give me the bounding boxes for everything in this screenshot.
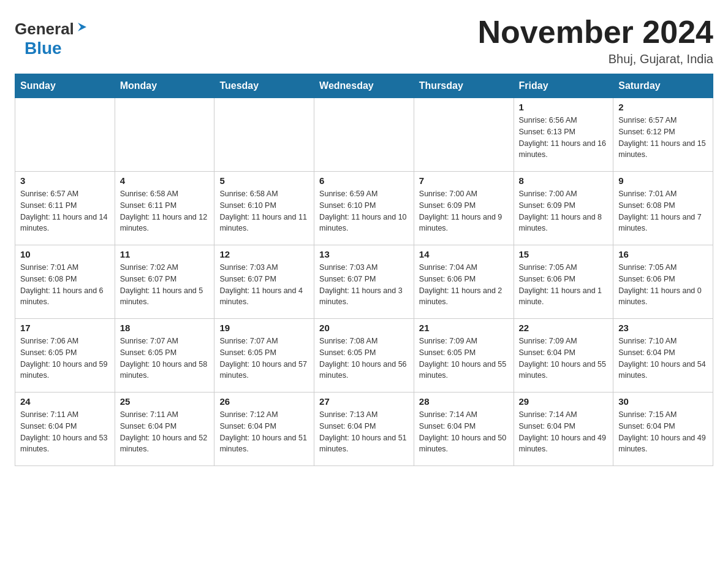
day-number: 22 (519, 323, 609, 333)
day-number: 3 (20, 175, 110, 186)
calendar-cell: 1Sunrise: 6:56 AMSunset: 6:13 PMDaylight… (514, 98, 613, 172)
svg-marker-0 (78, 23, 86, 31)
day-number: 24 (20, 396, 110, 407)
calendar-cell (314, 98, 414, 172)
logo-arrow-icon (75, 20, 89, 36)
day-number: 8 (519, 175, 609, 186)
calendar-cell: 16Sunrise: 7:05 AMSunset: 6:06 PMDayligh… (613, 245, 713, 319)
day-number: 23 (618, 323, 708, 333)
calendar-cell: 30Sunrise: 7:15 AMSunset: 6:04 PMDayligh… (613, 393, 713, 466)
day-info: Sunrise: 7:06 AMSunset: 6:05 PMDaylight:… (20, 335, 110, 381)
logo-blue-text: Blue (25, 39, 62, 58)
day-info: Sunrise: 7:14 AMSunset: 6:04 PMDaylight:… (419, 409, 509, 455)
day-info: Sunrise: 7:07 AMSunset: 6:05 PMDaylight:… (120, 335, 210, 381)
weekday-header-monday: Monday (115, 74, 214, 98)
day-info: Sunrise: 7:10 AMSunset: 6:04 PMDaylight:… (618, 335, 708, 381)
day-number: 12 (219, 249, 309, 259)
day-info: Sunrise: 6:57 AMSunset: 6:12 PMDaylight:… (618, 115, 708, 161)
calendar-cell: 17Sunrise: 7:06 AMSunset: 6:05 PMDayligh… (15, 319, 115, 393)
day-info: Sunrise: 7:14 AMSunset: 6:04 PMDaylight:… (519, 409, 609, 455)
day-info: Sunrise: 7:11 AMSunset: 6:04 PMDaylight:… (120, 409, 210, 455)
day-number: 29 (519, 396, 609, 407)
weekday-header-wednesday: Wednesday (314, 74, 414, 98)
day-info: Sunrise: 7:11 AMSunset: 6:04 PMDaylight:… (20, 409, 110, 455)
day-info: Sunrise: 7:00 AMSunset: 6:09 PMDaylight:… (519, 188, 609, 234)
day-number: 19 (219, 323, 309, 333)
day-number: 28 (419, 396, 509, 407)
calendar-cell: 23Sunrise: 7:10 AMSunset: 6:04 PMDayligh… (613, 319, 713, 393)
day-info: Sunrise: 7:00 AMSunset: 6:09 PMDaylight:… (419, 188, 509, 234)
calendar-cell: 9Sunrise: 7:01 AMSunset: 6:08 PMDaylight… (613, 172, 713, 245)
day-number: 6 (319, 175, 409, 186)
day-number: 16 (618, 249, 708, 259)
weekday-header-thursday: Thursday (414, 74, 514, 98)
day-info: Sunrise: 7:02 AMSunset: 6:07 PMDaylight:… (120, 262, 210, 308)
calendar-cell: 22Sunrise: 7:09 AMSunset: 6:04 PMDayligh… (514, 319, 613, 393)
day-info: Sunrise: 7:05 AMSunset: 6:06 PMDaylight:… (618, 262, 708, 308)
weekday-header-tuesday: Tuesday (214, 74, 314, 98)
calendar-cell: 21Sunrise: 7:09 AMSunset: 6:05 PMDayligh… (414, 319, 514, 393)
calendar-cell: 5Sunrise: 6:58 AMSunset: 6:10 PMDaylight… (214, 172, 314, 245)
calendar-cell: 27Sunrise: 7:13 AMSunset: 6:04 PMDayligh… (314, 393, 414, 466)
day-number: 25 (120, 396, 210, 407)
day-number: 11 (120, 249, 210, 259)
calendar-week-row: 17Sunrise: 7:06 AMSunset: 6:05 PMDayligh… (15, 319, 713, 393)
calendar-cell (214, 98, 314, 172)
calendar-cell (414, 98, 514, 172)
day-number: 18 (120, 323, 210, 333)
day-info: Sunrise: 7:01 AMSunset: 6:08 PMDaylight:… (618, 188, 708, 234)
day-info: Sunrise: 7:01 AMSunset: 6:08 PMDaylight:… (20, 262, 110, 308)
day-number: 14 (419, 249, 509, 259)
day-number: 9 (618, 175, 708, 186)
weekday-header-sunday: Sunday (15, 74, 115, 98)
calendar-cell (15, 98, 115, 172)
day-number: 5 (219, 175, 309, 186)
weekday-header-friday: Friday (514, 74, 613, 98)
calendar-cell: 29Sunrise: 7:14 AMSunset: 6:04 PMDayligh… (514, 393, 613, 466)
calendar-cell: 4Sunrise: 6:58 AMSunset: 6:11 PMDaylight… (115, 172, 214, 245)
day-info: Sunrise: 7:15 AMSunset: 6:04 PMDaylight:… (618, 409, 708, 455)
calendar-week-row: 24Sunrise: 7:11 AMSunset: 6:04 PMDayligh… (15, 393, 713, 466)
calendar-cell: 15Sunrise: 7:05 AMSunset: 6:06 PMDayligh… (514, 245, 613, 319)
calendar-week-row: 1Sunrise: 6:56 AMSunset: 6:13 PMDaylight… (15, 98, 713, 172)
calendar-cell: 24Sunrise: 7:11 AMSunset: 6:04 PMDayligh… (15, 393, 115, 466)
calendar-cell: 10Sunrise: 7:01 AMSunset: 6:08 PMDayligh… (15, 245, 115, 319)
calendar-week-row: 3Sunrise: 6:57 AMSunset: 6:11 PMDaylight… (15, 172, 713, 245)
calendar-cell: 25Sunrise: 7:11 AMSunset: 6:04 PMDayligh… (115, 393, 214, 466)
day-number: 13 (319, 249, 409, 259)
calendar-cell: 18Sunrise: 7:07 AMSunset: 6:05 PMDayligh… (115, 319, 214, 393)
calendar-cell: 28Sunrise: 7:14 AMSunset: 6:04 PMDayligh… (414, 393, 514, 466)
day-number: 21 (419, 323, 509, 333)
calendar-cell: 26Sunrise: 7:12 AMSunset: 6:04 PMDayligh… (214, 393, 314, 466)
day-info: Sunrise: 7:09 AMSunset: 6:04 PMDaylight:… (519, 335, 609, 381)
day-info: Sunrise: 6:56 AMSunset: 6:13 PMDaylight:… (519, 115, 609, 161)
day-info: Sunrise: 7:04 AMSunset: 6:06 PMDaylight:… (419, 262, 509, 308)
day-info: Sunrise: 7:08 AMSunset: 6:05 PMDaylight:… (319, 335, 409, 381)
weekday-header-saturday: Saturday (613, 74, 713, 98)
day-info: Sunrise: 6:58 AMSunset: 6:11 PMDaylight:… (120, 188, 210, 234)
weekday-header-row: SundayMondayTuesdayWednesdayThursdayFrid… (15, 74, 713, 98)
day-info: Sunrise: 7:09 AMSunset: 6:05 PMDaylight:… (419, 335, 509, 381)
day-number: 20 (319, 323, 409, 333)
calendar-cell: 8Sunrise: 7:00 AMSunset: 6:09 PMDaylight… (514, 172, 613, 245)
calendar-week-row: 10Sunrise: 7:01 AMSunset: 6:08 PMDayligh… (15, 245, 713, 319)
calendar-table: SundayMondayTuesdayWednesdayThursdayFrid… (15, 74, 713, 466)
calendar-cell: 14Sunrise: 7:04 AMSunset: 6:06 PMDayligh… (414, 245, 514, 319)
calendar-cell: 7Sunrise: 7:00 AMSunset: 6:09 PMDaylight… (414, 172, 514, 245)
calendar-cell: 12Sunrise: 7:03 AMSunset: 6:07 PMDayligh… (214, 245, 314, 319)
calendar-cell: 3Sunrise: 6:57 AMSunset: 6:11 PMDaylight… (15, 172, 115, 245)
day-number: 30 (618, 396, 708, 407)
calendar-cell: 11Sunrise: 7:02 AMSunset: 6:07 PMDayligh… (115, 245, 214, 319)
month-title: November 2024 (478, 15, 713, 50)
day-info: Sunrise: 7:12 AMSunset: 6:04 PMDaylight:… (219, 409, 309, 455)
logo-general-text: General (15, 20, 74, 39)
location-text: Bhuj, Gujarat, India (478, 52, 713, 66)
day-info: Sunrise: 7:03 AMSunset: 6:07 PMDaylight:… (219, 262, 309, 308)
title-block: November 2024 Bhuj, Gujarat, India (478, 15, 713, 66)
day-number: 15 (519, 249, 609, 259)
day-info: Sunrise: 6:57 AMSunset: 6:11 PMDaylight:… (20, 188, 110, 234)
calendar-cell (115, 98, 214, 172)
day-number: 7 (419, 175, 509, 186)
day-number: 10 (20, 249, 110, 259)
logo: General Blue (15, 20, 89, 58)
